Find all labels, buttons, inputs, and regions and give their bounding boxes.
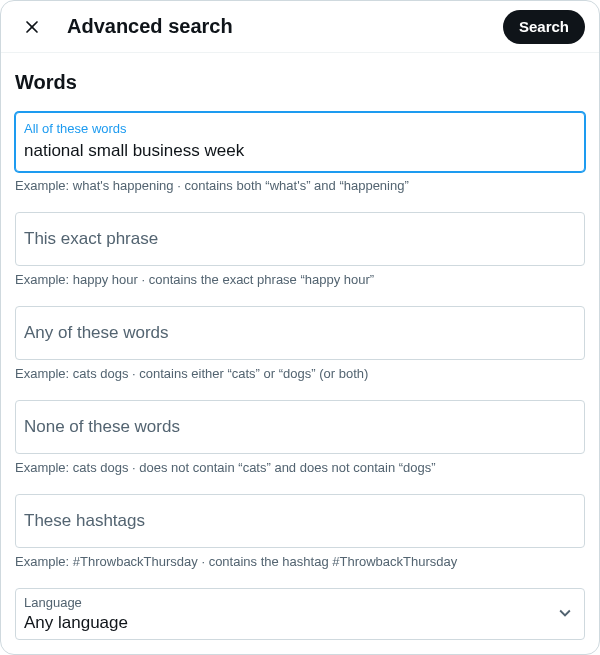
language-label: Language	[24, 595, 554, 611]
chevron-down-icon	[554, 602, 576, 628]
modal-title: Advanced search	[67, 15, 503, 38]
language-value: Any language	[24, 611, 554, 635]
field-exact-phrase: This exact phrase Example: happy hour · …	[15, 212, 585, 288]
section-title-words: Words	[15, 71, 585, 94]
all-words-example: Example: what's happening · contains bot…	[15, 178, 585, 194]
exact-phrase-example: Example: happy hour · contains the exact…	[15, 272, 585, 288]
field-any-words: Any of these words Example: cats dogs · …	[15, 306, 585, 382]
none-words-example: Example: cats dogs · does not contain “c…	[15, 460, 585, 476]
close-icon[interactable]	[15, 10, 49, 44]
hashtags-placeholder: These hashtags	[24, 511, 145, 530]
field-all-words: All of these words Example: what's happe…	[15, 112, 585, 194]
any-words-example: Example: cats dogs · contains either “ca…	[15, 366, 585, 382]
any-words-placeholder: Any of these words	[24, 323, 169, 342]
all-words-label: All of these words	[24, 121, 576, 137]
field-none-words: None of these words Example: cats dogs ·…	[15, 400, 585, 476]
field-hashtags: These hashtags Example: #ThrowbackThursd…	[15, 494, 585, 570]
exact-phrase-input-box[interactable]: This exact phrase	[15, 212, 585, 266]
hashtags-example: Example: #ThrowbackThursday · contains t…	[15, 554, 585, 570]
search-button[interactable]: Search	[503, 10, 585, 44]
bottom-fade	[1, 642, 599, 654]
exact-phrase-placeholder: This exact phrase	[24, 229, 158, 248]
modal-content: Words All of these words Example: what's…	[1, 53, 599, 640]
hashtags-input-box[interactable]: These hashtags	[15, 494, 585, 548]
all-words-input-box[interactable]: All of these words	[15, 112, 585, 172]
none-words-input-box[interactable]: None of these words	[15, 400, 585, 454]
all-words-input[interactable]	[24, 139, 576, 163]
language-left: Language Any language	[24, 595, 554, 635]
any-words-input-box[interactable]: Any of these words	[15, 306, 585, 360]
none-words-placeholder: None of these words	[24, 417, 180, 436]
modal-header: Advanced search Search	[1, 1, 599, 53]
x-icon	[22, 17, 42, 37]
language-select[interactable]: Language Any language	[15, 588, 585, 640]
